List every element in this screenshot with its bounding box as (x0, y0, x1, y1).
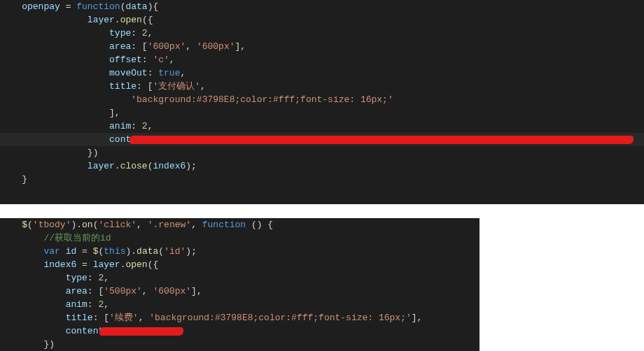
code-line[interactable]: }) (0, 146, 644, 159)
code-token: = (76, 259, 92, 270)
code-line[interactable]: var id = $(this).data('id'); (0, 245, 479, 258)
code-token: function (202, 220, 246, 230)
code-token: data (125, 1, 147, 12)
code-token: '600px' (153, 286, 191, 296)
code-token: function (76, 1, 120, 12)
code-token: 'background:#3798E8;color:#fff;font-size… (131, 94, 393, 105)
code-line[interactable]: } (0, 173, 644, 186)
code-token: , (180, 68, 186, 78)
indent (0, 233, 43, 243)
code-line[interactable]: //获取当前的id (0, 231, 479, 245)
code-line[interactable]: openpay = function(data){ (0, 0, 644, 13)
code-token: title (66, 313, 93, 323)
code-token: , (148, 28, 153, 38)
code-token: ], (234, 41, 246, 52)
code-token: : [ (88, 286, 104, 296)
code-line[interactable]: layer.close(index6); (0, 159, 644, 173)
code-token: . (115, 161, 120, 171)
code-token: , (142, 286, 153, 296)
code-token: : [ (131, 41, 147, 52)
code-token: offset (109, 55, 142, 65)
code-token: ). (126, 246, 137, 257)
indent (0, 55, 109, 65)
code-line[interactable]: }) (0, 338, 479, 351)
code-token: ( (158, 246, 164, 257)
indent (0, 326, 66, 336)
code-line[interactable]: title: ['支付确认', (0, 80, 644, 93)
code-token: $ (22, 220, 27, 230)
indent (0, 220, 22, 230)
code-editor-block-2[interactable]: $('tbody').on('click', '.renew', functio… (0, 218, 479, 351)
code-token: ); (186, 246, 197, 257)
code-token: : [ (93, 313, 109, 323)
code-token: . (115, 15, 120, 25)
code-line[interactable]: layer.open({ (0, 13, 644, 27)
code-line[interactable]: area: ['600px', '600px'], (0, 40, 644, 53)
code-token: layer (88, 15, 115, 25)
code-editor-block-1[interactable]: openpay = function(data){ layer.open({ t… (0, 0, 644, 204)
code-token: content (66, 326, 104, 336)
code-token: var (43, 246, 59, 257)
indent (0, 299, 66, 310)
code-line[interactable]: content: (0, 324, 479, 338)
code-token: : (88, 299, 99, 310)
code-token: on (82, 220, 93, 230)
code-token: , (200, 81, 206, 92)
indent (0, 339, 43, 350)
code-token: , (186, 41, 197, 52)
code-line[interactable]: area: ['500px', '600px'], (0, 285, 479, 298)
code-token: area (109, 41, 131, 52)
code-token: , (139, 313, 150, 323)
indent (0, 108, 109, 118)
code-token: 'background:#3798E8;color:#fff;font-size… (149, 313, 411, 323)
code-token: : (148, 68, 159, 78)
code-token: , (104, 299, 109, 310)
code-token: }) (43, 339, 55, 350)
code-token: : (142, 55, 153, 65)
code-line[interactable]: ], (0, 106, 644, 120)
code-token: this (104, 246, 125, 257)
code-line[interactable]: moveOut: true, (0, 66, 644, 80)
code-token: open (120, 15, 142, 25)
indent (0, 313, 66, 323)
code-token: , (104, 273, 109, 283)
code-token: type (66, 273, 88, 283)
code-line[interactable]: index6 = layer.open({ (0, 258, 479, 271)
code-token: true (158, 68, 180, 78)
code-token: ); (186, 161, 197, 171)
code-token: layer (88, 161, 115, 171)
code-token: '600px' (148, 41, 186, 52)
code-token: , (148, 121, 153, 131)
code-token: ). (71, 220, 82, 230)
code-line[interactable]: content: (0, 133, 644, 146)
code-line[interactable]: type: 2, (0, 271, 479, 285)
code-token: //获取当前的id (43, 233, 111, 243)
code-token: ){ (148, 1, 159, 12)
code-token: 'id' (164, 246, 186, 257)
code-line[interactable]: anim: 2, (0, 298, 479, 311)
code-token: ({ (148, 259, 159, 270)
code-token: ( (27, 220, 33, 230)
code-token: }) (88, 148, 99, 158)
code-token: ({ (142, 15, 153, 25)
code-token: anim (109, 121, 131, 131)
code-line[interactable]: title: ['续费', 'background:#3798E8;color:… (0, 311, 479, 324)
code-token: '600px' (197, 41, 235, 52)
code-line[interactable]: type: 2, (0, 27, 644, 40)
code-token (60, 246, 66, 257)
code-line[interactable]: 'background:#3798E8;color:#fff;font-size… (0, 93, 644, 106)
code-line[interactable]: anim: 2, (0, 120, 644, 133)
code-token: 2 (142, 121, 148, 131)
code-token: id (66, 246, 77, 257)
code-line[interactable]: offset: 'c', (0, 53, 644, 66)
code-token: '续费' (109, 313, 139, 323)
code-token: close (120, 161, 148, 171)
indent (0, 273, 66, 283)
code-line[interactable]: $('tbody').on('click', '.renew', functio… (0, 218, 479, 231)
code-token: } (22, 174, 27, 185)
indent (0, 174, 22, 185)
indent (0, 286, 66, 296)
code-token: = (60, 1, 76, 12)
code-token: ], (109, 108, 120, 118)
code-token: : (131, 28, 142, 38)
